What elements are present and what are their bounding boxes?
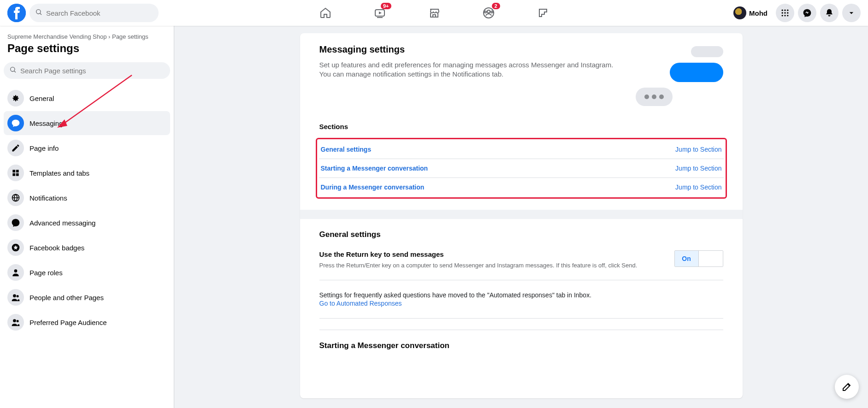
svg-line-19 — [14, 71, 16, 72]
sidebar-item-advanced-messaging[interactable]: Advanced messaging — [4, 211, 170, 235]
nav-watch[interactable]: 9+ — [354, 0, 405, 26]
svg-point-18 — [11, 67, 15, 71]
sidebar-item-label: Facebook badges — [30, 244, 84, 252]
breadcrumb-separator: › — [108, 33, 110, 40]
breadcrumb-page-link[interactable]: Supreme Merchandise Vending Shop — [7, 33, 106, 40]
settings-search[interactable] — [4, 62, 170, 79]
svg-point-13 — [784, 12, 785, 13]
automated-responses-link[interactable]: Go to Automated Responses — [319, 300, 402, 307]
sidebar-item-page-roles[interactable]: Page roles — [4, 260, 170, 284]
section-name: General settings — [321, 146, 372, 153]
global-search[interactable] — [30, 4, 159, 22]
svg-point-10 — [784, 10, 785, 11]
nav-gaming[interactable] — [518, 0, 568, 26]
messaging-settings-description: Set up features and edit preferences for… — [319, 60, 617, 79]
sidebar-item-label: Preferred Page Audience — [30, 319, 107, 326]
svg-point-30 — [17, 320, 19, 322]
return-key-description: Press the Return/Enter key on a computer… — [319, 262, 638, 269]
section-link-during[interactable]: During a Messenger conversation Jump to … — [319, 178, 724, 196]
menu-button[interactable] — [776, 4, 794, 22]
breadcrumb: Supreme Merchandise Vending Shop › Page … — [4, 33, 170, 40]
groups-badge: 2 — [492, 3, 500, 9]
settings-sidebar: Supreme Merchandise Vending Shop › Page … — [0, 26, 174, 408]
svg-point-6 — [487, 10, 490, 13]
sidebar-item-label: Messaging — [30, 119, 63, 127]
sidebar-item-page-info[interactable]: Page info — [4, 136, 170, 160]
toggle-on[interactable]: On — [675, 251, 699, 266]
svg-point-8 — [491, 11, 493, 13]
svg-point-15 — [782, 15, 783, 16]
sidebar-item-messaging[interactable]: Messaging — [4, 111, 170, 135]
settings-card: Messaging settings Set up features and e… — [300, 33, 743, 398]
compose-button[interactable] — [835, 375, 859, 399]
settings-search-input[interactable] — [20, 67, 165, 75]
watch-badge: 9+ — [381, 3, 391, 9]
profile-avatar — [733, 6, 746, 19]
sections-list-highlighted: General settings Jump to Section Startin… — [316, 138, 727, 199]
sidebar-item-templates[interactable]: Templates and tabs — [4, 161, 170, 185]
typing-indicator-icon — [636, 88, 673, 106]
center-nav: 9+ 2 — [300, 0, 568, 26]
globe-icon — [7, 189, 24, 206]
sidebar-item-badges[interactable]: Facebook badges — [4, 236, 170, 260]
sidebar-item-label: Notifications — [30, 194, 67, 202]
svg-point-16 — [784, 15, 785, 16]
section-link-general[interactable]: General settings Jump to Section — [319, 140, 724, 159]
svg-rect-23 — [16, 173, 19, 176]
person-icon — [7, 264, 24, 281]
return-key-setting: Use the Return key to send messages Pres… — [319, 250, 723, 280]
return-key-toggle[interactable]: On — [674, 250, 723, 267]
faq-moved-text: Settings for frequently asked questions … — [319, 291, 592, 299]
facebook-logo[interactable] — [7, 4, 26, 22]
chat-icon — [7, 115, 24, 131]
svg-rect-20 — [12, 170, 15, 172]
svg-point-14 — [787, 12, 788, 13]
sidebar-item-label: Advanced messaging — [30, 219, 95, 227]
sidebar-item-label: People and other Pages — [30, 294, 104, 302]
people-icon — [7, 289, 24, 306]
sidebar-item-preferred-audience[interactable]: Preferred Page Audience — [4, 310, 170, 334]
sidebar-item-general[interactable]: General — [4, 86, 170, 110]
profile-name: Mohd — [749, 9, 768, 17]
svg-point-7 — [484, 11, 486, 13]
svg-point-29 — [13, 319, 16, 322]
global-search-input[interactable] — [46, 9, 153, 17]
messenger-button[interactable] — [798, 4, 816, 22]
svg-rect-21 — [16, 170, 19, 172]
svg-point-11 — [787, 10, 788, 11]
notifications-button[interactable] — [820, 4, 838, 22]
bubble-icon — [670, 63, 723, 82]
sidebar-item-label: Page info — [30, 144, 59, 152]
sections-label: Sections — [319, 123, 723, 130]
main-content: Messaging settings Set up features and e… — [174, 0, 868, 408]
sidebar-item-notifications[interactable]: Notifications — [4, 186, 170, 210]
svg-point-26 — [14, 269, 18, 272]
search-icon — [35, 8, 42, 18]
jump-to-section: Jump to Section — [675, 183, 721, 191]
breadcrumb-current: Page settings — [112, 33, 148, 40]
search-icon — [9, 66, 17, 75]
sidebar-item-people-pages[interactable]: People and other Pages — [4, 285, 170, 309]
sidebar-item-label: General — [30, 95, 54, 102]
section-link-starting[interactable]: Starting a Messenger conversation Jump t… — [319, 159, 724, 178]
bubble-icon — [691, 46, 723, 57]
people-icon — [7, 314, 24, 331]
nav-home[interactable] — [300, 0, 351, 26]
jump-to-section: Jump to Section — [675, 146, 721, 153]
profile-chip[interactable]: Mohd — [732, 5, 772, 21]
nav-groups[interactable]: 2 — [463, 0, 514, 26]
toggle-off[interactable] — [699, 251, 723, 266]
starting-conversation-heading: Starting a Messenger conversation — [319, 330, 723, 350]
section-name: Starting a Messenger conversation — [321, 165, 428, 172]
right-controls: Mohd — [732, 4, 861, 22]
chat-illustration — [636, 44, 723, 106]
general-settings-heading: General settings — [319, 230, 723, 239]
nav-marketplace[interactable] — [409, 0, 460, 26]
account-dropdown-button[interactable] — [842, 4, 861, 22]
svg-point-28 — [17, 295, 19, 297]
svg-line-2 — [40, 13, 41, 15]
gear-icon — [7, 90, 24, 106]
top-navigation-bar: 9+ 2 Mohd — [0, 0, 868, 26]
pencil-icon — [7, 140, 24, 156]
faq-moved-notice: Settings for frequently asked questions … — [319, 291, 723, 319]
